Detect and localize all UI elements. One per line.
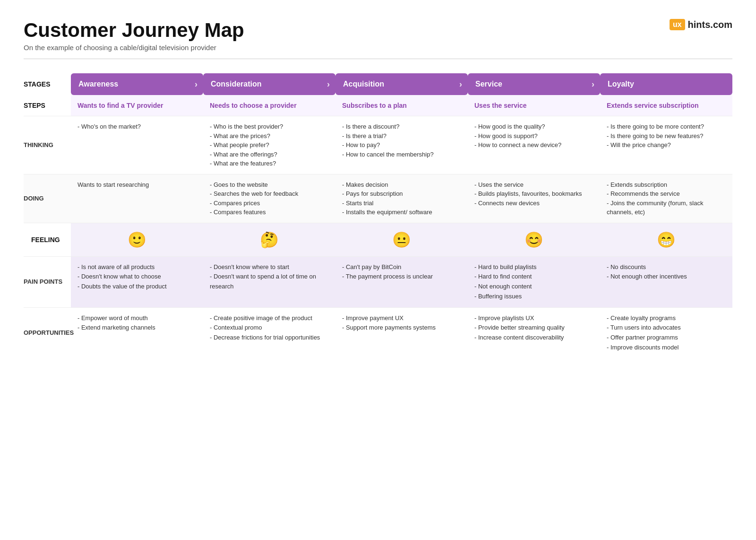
stage-arrow-acquisition: › [459,79,462,89]
doing-service: - Uses the service - Builds playlists, f… [468,174,600,223]
pain-points-row: PAIN POINTS - Is not aware of all produc… [24,256,732,307]
step-consideration: Needs to choose a provider [203,95,335,116]
title-area: Customer Journey Map On the example of c… [24,19,244,52]
stage-arrow-service: › [592,79,594,89]
thinking-label: THINKING [24,116,71,174]
logo-ux-badge: ux [670,19,685,30]
stage-loyalty: Loyalty [600,73,732,95]
opp-loyalty: - Create loyalty programs - Turn users i… [600,307,732,358]
stages-row: STAGES Awareness › Consideration › Acqui… [24,73,732,95]
feeling-acquisition: 😐 [335,223,468,256]
opp-consideration: - Create positive image of the product -… [203,307,335,358]
step-loyalty: Extends service subscription [600,95,732,116]
thinking-acquisition: - Is there a discount? - Is there a tria… [335,116,468,174]
page-subtitle: On the example of choosing a cable/digit… [24,44,244,52]
stage-awareness: Awareness › [71,73,203,95]
feeling-consideration: 🤔 [203,223,335,256]
stage-consideration: Consideration › [203,73,335,95]
opportunities-label: OPPORTUNITIES [24,307,71,358]
doing-consideration: - Goes to the website - Searches the web… [203,174,335,223]
header-divider [24,59,732,59]
stage-arrow-awareness: › [195,79,198,89]
doing-loyalty: - Extends subscription - Recommends the … [600,174,732,223]
page-header: Customer Journey Map On the example of c… [24,19,732,52]
doing-awareness: Wants to start researching [71,174,203,223]
doing-row: DOING Wants to start researching - Goes … [24,174,732,223]
pain-loyalty: - No discounts - Not enough other incent… [600,256,732,307]
feeling-label: FEELING [24,223,71,256]
feeling-awareness: 🙂 [71,223,203,256]
doing-label: DOING [24,174,71,223]
stage-acquisition: Acquisition › [335,73,468,95]
feeling-loyalty: 😁 [600,223,732,256]
steps-row: STEPS Wants to find a TV provider Needs … [24,95,732,116]
pain-acquisition: - Can't pay by BitCoin - The payment pro… [335,256,468,307]
feeling-service: 😊 [468,223,600,256]
opp-service: - Improve playlists UX - Provide better … [468,307,600,358]
feeling-row: FEELING 🙂 🤔 😐 😊 😁 [24,223,732,256]
opp-awareness: - Empower word of mouth - Extend marketi… [71,307,203,358]
thinking-consideration: - Who is the best provider? - What are t… [203,116,335,174]
opportunities-row: OPPORTUNITIES - Empower word of mouth - … [24,307,732,358]
thinking-row: THINKING - Who's on the market? - Who is… [24,116,732,174]
thinking-awareness: - Who's on the market? [71,116,203,174]
logo-domain: hints.com [688,19,732,30]
logo: ux hints.com [670,19,732,30]
step-service: Uses the service [468,95,600,116]
stage-service: Service › [468,73,600,95]
pain-points-label: PAIN POINTS [24,256,71,307]
steps-label: STEPS [24,95,71,116]
journey-map-table: STAGES Awareness › Consideration › Acqui… [24,73,732,358]
stage-arrow-consideration: › [327,79,330,89]
pain-service: - Hard to build playlists - Hard to find… [468,256,600,307]
page-title: Customer Journey Map [24,19,244,42]
pain-awareness: - Is not aware of all products - Doesn't… [71,256,203,307]
step-acquisition: Subscribes to a plan [335,95,468,116]
doing-acquisition: - Makes decision - Pays for subscription… [335,174,468,223]
step-awareness: Wants to find a TV provider [71,95,203,116]
pain-consideration: - Doesn't know where to start - Doesn't … [203,256,335,307]
thinking-loyalty: - Is there going to be more content? - I… [600,116,732,174]
opp-acquisition: - Improve payment UX - Support more paym… [335,307,468,358]
thinking-service: - How good is the quality? - How good is… [468,116,600,174]
stages-label: STAGES [24,73,71,95]
